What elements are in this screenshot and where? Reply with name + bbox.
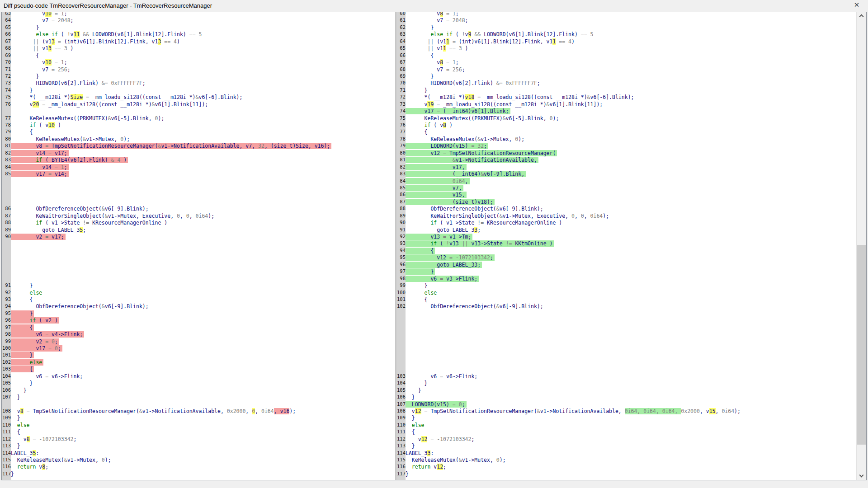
code-line[interactable]: }: [406, 415, 415, 422]
code-line[interactable]: }: [406, 443, 415, 450]
code-line[interactable]: v7,: [406, 185, 463, 192]
code-line[interactable]: v8 = 1;: [406, 12, 459, 17]
code-line[interactable]: else: [406, 290, 437, 296]
code-line[interactable]: {: [406, 248, 435, 254]
code-line[interactable]: &v1->NotificationAvailable,: [406, 157, 538, 164]
code-line[interactable]: if ( v10 ): [11, 122, 61, 129]
code-line[interactable]: KeReleaseMutex(&v1->Mutex, 0);: [406, 136, 524, 143]
code-line[interactable]: (__int64)&v6[-9].Blink,: [406, 171, 526, 178]
code-line[interactable]: goto LABEL_33;: [406, 262, 482, 268]
chevron-up-icon[interactable]: [857, 12, 867, 20]
code-line[interactable]: ObfDereferenceObject(&v6[-9].Blink);: [11, 206, 149, 212]
code-line[interactable]: {: [11, 429, 20, 436]
code-line[interactable]: KeReleaseMutex((PRKMUTEX)&v6[-5].Blink, …: [11, 115, 164, 122]
code-line[interactable]: v12 = TmpSetNotificationResourceManager(…: [406, 408, 741, 415]
vertical-scrollbar[interactable]: [856, 12, 866, 480]
code-line[interactable]: *( __m128i *)v18 = _mm_loadu_si128((cons…: [406, 94, 634, 101]
code-line[interactable]: LODWORD(v15) = 32;: [406, 143, 488, 150]
code-line[interactable]: v15,: [406, 192, 467, 198]
code-line[interactable]: else: [11, 290, 42, 296]
code-line[interactable]: v17 = 0;: [11, 345, 62, 352]
code-line[interactable]: v12 = -1072103342;: [406, 436, 474, 443]
code-line[interactable]: {: [406, 52, 434, 59]
code-line[interactable]: v8 = 1;: [406, 59, 459, 66]
code-line[interactable]: v6 = v6->Flink;: [406, 373, 477, 380]
code-line[interactable]: if ( v1->State != KResourceManagerOnline…: [11, 220, 167, 226]
code-line[interactable]: goto LABEL_35;: [11, 227, 86, 234]
code-line[interactable]: else if ( !v9 && LODWORD(v6[1].Blink[12]…: [406, 31, 594, 38]
code-line[interactable]: v12 = TmpSetNotificationResourceManager(: [406, 150, 557, 157]
code-line[interactable]: }: [11, 352, 34, 359]
code-line[interactable]: v17,: [406, 164, 467, 171]
code-line[interactable]: }: [11, 24, 39, 31]
code-line[interactable]: if ( BYTE4(v6[2].Flink) & 4 ): [11, 157, 128, 164]
code-line[interactable]: LABEL_33:: [406, 450, 434, 457]
code-line[interactable]: }: [406, 471, 409, 478]
code-line[interactable]: v7 = 256;: [11, 66, 71, 73]
code-line[interactable]: {: [11, 129, 33, 136]
code-line[interactable]: {: [11, 366, 34, 373]
code-line[interactable]: ObfDereferenceObject(&v6[-9].Blink);: [406, 206, 543, 212]
code-line[interactable]: v2 = 0;: [11, 338, 59, 345]
code-line[interactable]: }: [11, 87, 33, 94]
code-line[interactable]: v8 = TmpSetNotificationResourceManager(&…: [11, 143, 331, 150]
code-line[interactable]: (size_t)v18);: [406, 199, 495, 206]
code-line[interactable]: if ( v1->State != KResourceManagerOnline…: [406, 220, 562, 226]
code-line[interactable]: KeReleaseMutex(&v1->Mutex, 0);: [11, 136, 130, 143]
code-line[interactable]: }: [406, 73, 434, 80]
code-line[interactable]: {: [11, 324, 34, 331]
code-line[interactable]: else if ( !v11 && LODWORD(v6[1].Blink[12…: [11, 31, 202, 38]
code-line[interactable]: if ( v2 ): [11, 317, 59, 324]
code-line[interactable]: {: [406, 129, 427, 136]
code-line[interactable]: || (v11 = (int)v6[1].Blink[12].Flink, v1…: [406, 38, 575, 45]
code-line[interactable]: }: [11, 443, 20, 450]
chevron-down-icon[interactable]: [857, 472, 867, 480]
code-line[interactable]: v10 = 1;: [11, 59, 67, 66]
code-line[interactable]: v2 = v17;: [11, 234, 66, 240]
code-line[interactable]: {: [11, 296, 33, 303]
code-line[interactable]: HIDWORD(v6[2].Flink) &= 0xFFFFFF7F;: [11, 80, 146, 87]
code-line[interactable]: v8 = TmpSetNotificationResourceManager(&…: [11, 408, 296, 415]
code-line[interactable]: else: [11, 422, 30, 429]
code-line[interactable]: }: [406, 282, 427, 289]
code-line[interactable]: }: [11, 387, 27, 394]
code-line[interactable]: if ( v8 ): [406, 122, 453, 129]
code-line[interactable]: v8 = -1072103342;: [11, 436, 76, 443]
scrollbar-thumb[interactable]: [857, 245, 866, 445]
code-line[interactable]: }: [406, 87, 427, 94]
code-line[interactable]: v13 = v1->Tm;: [406, 234, 472, 240]
code-line[interactable]: }: [11, 380, 33, 387]
code-line[interactable]: v17 = (__int64)v6[1].Blink;: [406, 108, 510, 115]
code-line[interactable]: }: [11, 282, 33, 289]
code-line[interactable]: if ( !v13 || v13->State != KKtmOnline ): [406, 240, 554, 247]
code-line[interactable]: v6 = v3->Flink;: [406, 276, 479, 282]
code-line[interactable]: }: [406, 387, 421, 394]
code-line[interactable]: return v12;: [406, 464, 446, 470]
code-line[interactable]: v6 = v6->Flink;: [11, 373, 83, 380]
code-line[interactable]: || v11 == 3 ): [406, 45, 468, 52]
code-line[interactable]: }: [11, 415, 20, 422]
code-line[interactable]: KeWaitForSingleObject(&v1->Mutex, Execut…: [406, 213, 609, 220]
code-line[interactable]: }: [406, 380, 427, 387]
code-line[interactable]: v7 = 2048;: [406, 17, 468, 24]
code-line[interactable]: v19 = _mm_loadu_si128((const __m128i *)&…: [406, 101, 603, 108]
code-line[interactable]: else: [406, 422, 425, 429]
code-line[interactable]: 0i64,: [406, 178, 470, 185]
code-line[interactable]: ObfDereferenceObject(&v6[-9].Blink);: [406, 303, 543, 310]
code-line[interactable]: }: [406, 394, 415, 401]
code-line[interactable]: *( __m128i *)Size = _mm_loadu_si128((con…: [11, 94, 242, 101]
code-line[interactable]: }: [11, 394, 20, 401]
code-line[interactable]: ObfDereferenceObject(&v6[-9].Blink);: [11, 303, 149, 310]
code-line[interactable]: {: [406, 296, 427, 303]
code-line[interactable]: KeReleaseMutex(&v1->Mutex, 0);: [11, 457, 111, 464]
code-line[interactable]: {: [406, 429, 415, 436]
code-line[interactable]: KeReleaseMutex(&v1->Mutex, 0);: [406, 457, 506, 464]
close-button[interactable]: ✕: [852, 1, 862, 10]
code-line[interactable]: return v8;: [11, 464, 48, 470]
code-line[interactable]: }: [406, 268, 435, 275]
left-pane[interactable]: 63 v10 = 1;64 v7 = 2048;65 }66 else if (…: [2, 12, 395, 480]
code-line[interactable]: }: [11, 310, 34, 317]
code-line[interactable]: v20 = _mm_loadu_si128((const __m128i *)&…: [11, 101, 208, 108]
code-line[interactable]: LODWORD(v15) = 0;: [406, 401, 467, 408]
code-line[interactable]: v7 = 256;: [406, 66, 465, 73]
